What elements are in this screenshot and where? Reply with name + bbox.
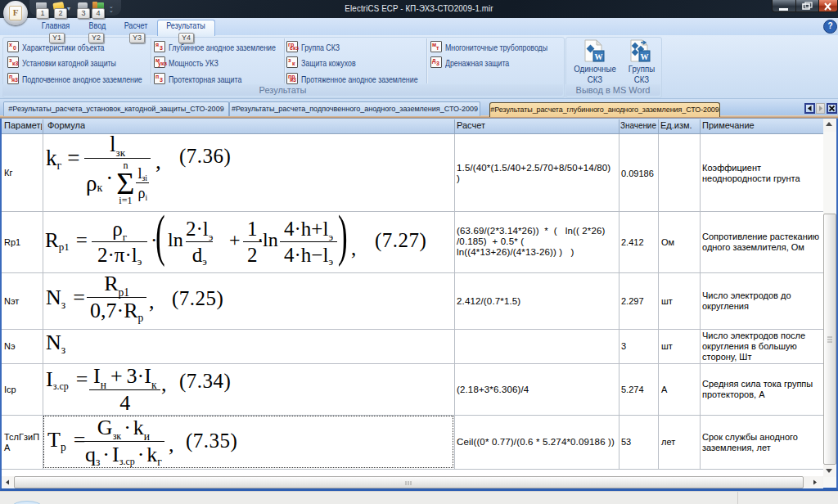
svg-text:W: W (595, 52, 603, 61)
svg-text:W: W (641, 52, 649, 61)
